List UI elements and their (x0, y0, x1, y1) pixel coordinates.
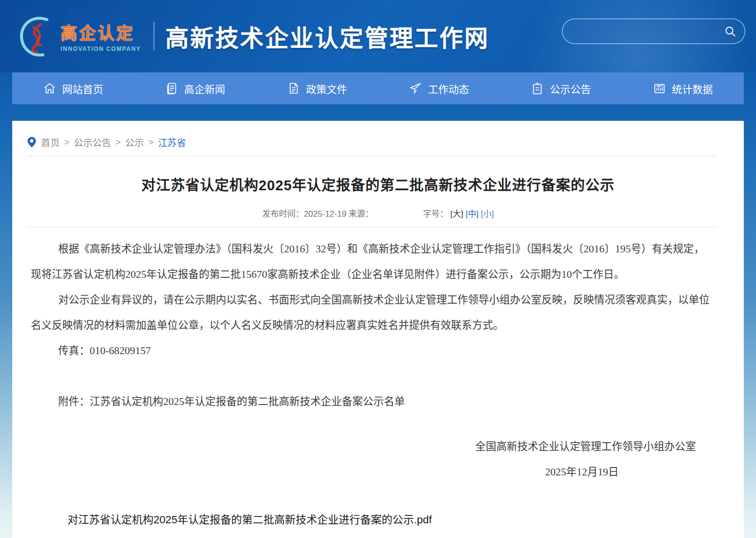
header-divider (153, 22, 154, 50)
article-body: 根据《高新技术企业认定管理办法》（国科发火〔2016〕32号）和《高新技术企业认… (12, 227, 744, 533)
site-header: 高企认定 INNOVATION COMPANY 高新技术企业认定管理工作网 (0, 0, 756, 72)
font-size-label: 字号： (423, 209, 448, 219)
nav-item-home[interactable]: 网站首页 (12, 72, 134, 104)
nav-label: 政策文件 (306, 81, 347, 96)
nav-label: 网站首页 (62, 81, 103, 96)
signature-organization: 全国高新技术企业认定管理工作领导小组办公室 (31, 434, 714, 459)
breadcrumb-jiangsu[interactable]: 江苏省 (158, 135, 186, 149)
nav-item-statistics[interactable]: 统计数据 (622, 72, 744, 104)
paper-plane-icon (409, 82, 422, 95)
search-box[interactable] (562, 19, 745, 44)
main-nav: 网站首页 高企新闻 政策文件 工作动态 公示公告 统计数据 (12, 72, 744, 104)
nav-label: 公示公告 (550, 81, 591, 96)
breadcrumb: 首页 > 公示公告 > 公示 > 江苏省 (12, 121, 744, 156)
search-button[interactable] (722, 19, 745, 44)
paragraph-regulations: 根据《高新技术企业认定管理办法》（国科发火〔2016〕32号）和《高新技术企业认… (31, 236, 714, 287)
paragraph-objection: 对公示企业有异议的，请在公示期内以实名、书面形式向全国高新技术企业认定管理工作领… (31, 287, 714, 338)
nav-item-announcements[interactable]: 公示公告 (500, 72, 622, 104)
logo-swirl-icon (18, 14, 56, 59)
search-input[interactable] (562, 19, 722, 44)
article-title: 对江苏省认定机构2025年认定报备的第二批高新技术企业进行备案的公示 (42, 174, 714, 194)
content-card: 首页 > 公示公告 > 公示 > 江苏省 对江苏省认定机构2025年认定报备的第… (12, 121, 744, 538)
clipboard-icon (531, 82, 544, 95)
attachment-line: 附件：江苏省认定机构2025年认定报备的第二批高新技术企业备案公示名单 (31, 389, 714, 414)
publish-info: 发布时间：2025-12-19 来源： (262, 209, 374, 219)
nav-item-policy[interactable]: 政策文件 (256, 72, 378, 104)
nav-label: 高企新闻 (184, 81, 225, 96)
search-icon (724, 25, 736, 37)
breadcrumb-public-notice[interactable]: 公示 (125, 135, 144, 149)
font-size-large-button[interactable]: [大] (451, 209, 463, 219)
breadcrumb-divider (27, 156, 717, 156)
nav-label: 统计数据 (672, 81, 713, 96)
nav-label: 工作动态 (428, 81, 469, 96)
nav-item-work[interactable]: 工作动态 (378, 72, 500, 104)
breadcrumb-home[interactable]: 首页 (41, 135, 60, 149)
news-icon (165, 82, 178, 95)
logo-en-text: INNOVATION COMPANY (61, 45, 141, 52)
site-title: 高新技术企业认定管理工作网 (165, 19, 489, 53)
signature-date: 2025年12月19日 (31, 459, 714, 485)
fax-number: 传真：010-68209157 (31, 338, 714, 363)
font-size-small-button[interactable]: [小] (481, 209, 494, 219)
article-meta: 发布时间：2025-12-19 来源： 字号： [大] [中] [小] (12, 207, 744, 219)
pdf-attachment-link[interactable]: 对江苏省认定机构2025年认定报备的第二批高新技术企业进行备案的公示.pdf (67, 507, 432, 533)
bar-chart-icon (653, 82, 666, 95)
site-logo[interactable]: 高企认定 INNOVATION COMPANY (18, 14, 141, 59)
breadcrumb-separator: > (115, 137, 121, 148)
logo-cn-text: 高企认定 (61, 20, 141, 44)
nav-item-news[interactable]: 高企新闻 (134, 72, 257, 104)
breadcrumb-separator: > (148, 137, 153, 148)
breadcrumb-announcements[interactable]: 公示公告 (74, 135, 111, 149)
signature-block: 全国高新技术企业认定管理工作领导小组办公室 2025年12月19日 (31, 434, 714, 485)
home-icon (43, 82, 56, 95)
breadcrumb-separator: > (64, 137, 69, 148)
font-size-medium-button[interactable]: [中] (466, 209, 478, 219)
location-pin-icon (27, 136, 37, 148)
policy-doc-icon (287, 82, 300, 95)
